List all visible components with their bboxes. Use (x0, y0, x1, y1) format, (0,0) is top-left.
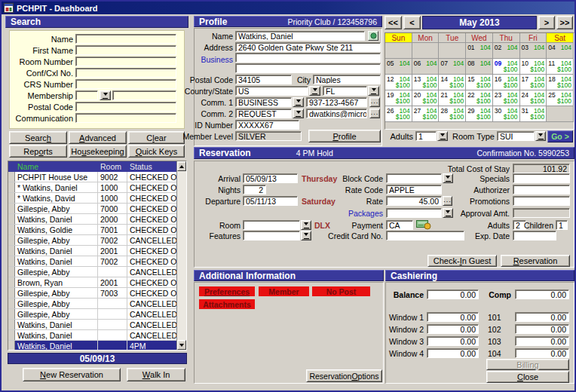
table-row[interactable]: Gillespie, Abby7003CHECKED OUT (8, 288, 176, 299)
calendar-cell[interactable]: 17104$100 (520, 75, 547, 90)
calendar-cell[interactable]: 28104$100 (439, 106, 466, 122)
calendar-cell[interactable]: 27104$100 (412, 106, 440, 122)
table-header[interactable]: Name Room Status (8, 161, 176, 172)
column-header-room[interactable]: Room (98, 162, 127, 171)
reports-button[interactable]: Reports (9, 145, 67, 158)
credit-card-field[interactable] (386, 231, 464, 240)
calendar-cell[interactable]: 03104 (520, 43, 547, 59)
room-field[interactable] (243, 220, 300, 230)
rate-field[interactable]: 45.00 (386, 196, 442, 206)
arrival-field[interactable]: 05/09/13 (243, 173, 298, 183)
next-year-button[interactable]: >> (556, 16, 573, 29)
search-button[interactable]: Search (9, 131, 67, 144)
search-crs-number-input[interactable] (75, 79, 176, 89)
scroll-down-button[interactable] (177, 340, 186, 350)
comm1-type-field[interactable]: BUSINESS (235, 97, 292, 107)
column-header-name[interactable]: Name (15, 162, 98, 171)
calendar-cell[interactable]: 18104$100 (547, 75, 574, 90)
search-membership-number-input[interactable] (112, 90, 176, 100)
room-type-field[interactable]: SUI (497, 131, 535, 141)
flag-badge-attachments[interactable]: Attachments (199, 299, 255, 309)
calendar-cell[interactable]: 24104$100 (520, 90, 547, 106)
scroll-up-button[interactable] (177, 161, 186, 171)
membership-dropdown-button[interactable] (100, 90, 111, 100)
profile-lookup-icon[interactable] (368, 31, 378, 41)
room-dropdown-button[interactable] (301, 220, 311, 230)
profile-name-field[interactable]: Watkins, Daniel (235, 31, 365, 41)
address-field[interactable]: 2640 Golden Gate Pkwy Ste 211 (235, 42, 381, 52)
calendar-cell[interactable]: 31104$100 (520, 106, 547, 122)
city-field[interactable]: Naples (313, 75, 381, 84)
features-field[interactable] (243, 231, 300, 240)
calendar-cell[interactable]: 13104$100 (412, 75, 440, 90)
table-row[interactable]: Watkins, Daniel4PM (8, 341, 176, 350)
table-row[interactable]: * Watkins, David1000CHECKED OUT (8, 193, 176, 204)
nights-field[interactable]: 2 (243, 185, 266, 194)
walk-in-button[interactable]: Walk In (127, 368, 185, 381)
children-field[interactable]: 1 (556, 220, 568, 230)
calendar-cell[interactable]: 25104$100 (547, 90, 574, 106)
prev-year-button[interactable]: << (385, 16, 402, 29)
state-field[interactable]: FL (323, 86, 367, 96)
table-row[interactable]: Watkins, Daniel2001CHECKED OUT (8, 246, 176, 256)
quick-keys-button[interactable]: Quick Keys (128, 145, 185, 158)
column-header-status[interactable]: Status (127, 162, 176, 171)
calendar-cell[interactable]: 12104$100 (385, 75, 412, 90)
table-row[interactable]: Gillespie, Abby7002CANCELLED (8, 235, 176, 246)
flag-badge-member[interactable]: Member (259, 286, 309, 296)
reservation-button[interactable]: Reservation (501, 255, 570, 267)
new-reservation-button[interactable]: New Reservation (23, 368, 121, 381)
adults-field[interactable]: 1 (415, 131, 437, 141)
table-row[interactable]: Watkins, Daniel2000CHECKED OUT (8, 214, 176, 225)
search-first-name-input[interactable] (75, 45, 176, 55)
search-membership-type-input[interactable] (75, 90, 98, 100)
comm1-value-field[interactable]: 937-123-4567 (306, 97, 367, 107)
calendar-cell[interactable]: 15104$100 (466, 75, 493, 90)
departure-field[interactable]: 05/11/13 (243, 196, 298, 206)
payment-field[interactable]: CA (386, 220, 413, 230)
table-row[interactable]: Watkins, DanielCANCELLED (8, 330, 176, 341)
table-row[interactable]: Brown, Ryan2001CHECKED OUT (8, 277, 176, 288)
authorizer-field[interactable] (513, 185, 570, 194)
country-field[interactable]: US (235, 86, 308, 96)
profile-button[interactable]: Profile (308, 130, 381, 142)
table-row[interactable]: Gillespie, AbbyCANCELLED (8, 267, 176, 277)
check-in-guest-button[interactable]: Check-In Guest (427, 255, 497, 267)
packages-label[interactable]: Packages (318, 208, 383, 218)
comm2-dropdown-button[interactable] (293, 109, 304, 118)
country-dropdown-button[interactable] (309, 86, 320, 96)
comm2-value-field[interactable]: dwatkins@micros (306, 109, 367, 118)
business-field-2[interactable] (235, 63, 381, 73)
exp-date-field[interactable] (513, 231, 556, 240)
table-row[interactable]: Gillespie, AbbyCANCELLED (8, 309, 176, 320)
next-month-button[interactable]: > (538, 16, 555, 29)
calendar-cell[interactable]: 19104$100 (385, 90, 412, 106)
calendar-cell[interactable]: 22104$100 (466, 90, 493, 106)
calendar-cell[interactable]: 07104 (439, 59, 466, 75)
calendar-cell[interactable]: 26104$100 (385, 106, 412, 122)
comm2-type-field[interactable]: REQUEST (235, 109, 292, 118)
table-row[interactable]: Watkins, Goldie7001CHECKED OUT (8, 225, 176, 235)
flag-badge-preferences[interactable]: Preferences (199, 286, 255, 296)
close-button[interactable]: Close (486, 371, 569, 383)
id-number-field[interactable]: XXXXX67 (235, 120, 299, 130)
comm1-ellipsis-button[interactable] (369, 97, 380, 107)
comm1-dropdown-button[interactable] (293, 97, 304, 107)
calendar-cell[interactable]: 06104 (412, 59, 440, 75)
table-row[interactable]: Watkins, Daniel7002CHECKED OUT (8, 256, 176, 267)
housekeeping-button[interactable]: Housekeeping (69, 145, 127, 158)
search-postal-code-input[interactable] (75, 102, 176, 112)
reservation-options-button[interactable]: Reservation Options (306, 369, 382, 382)
calendar-cell[interactable]: 23104$100 (493, 90, 520, 106)
calendar-cell[interactable]: 29104$100 (466, 106, 493, 122)
search-communication-input[interactable] (75, 113, 176, 123)
table-row[interactable]: Gillespie, Abby7000CHECKED OUT (8, 204, 176, 214)
calendar-cell[interactable]: 30104$100 (493, 106, 520, 122)
calendar-cell[interactable]: 14104$100 (439, 75, 466, 90)
table-row[interactable]: PCHPIT House Use9002CHECKED OUT (8, 172, 176, 182)
calendar-cell[interactable]: 01104 (466, 43, 493, 59)
calendar-cell[interactable]: 16104$100 (493, 75, 520, 90)
flag-badge-no-post[interactable]: No Post (312, 286, 370, 296)
advanced-button[interactable]: Advanced (69, 131, 127, 144)
calendar-cell[interactable]: 05104 (385, 59, 412, 75)
